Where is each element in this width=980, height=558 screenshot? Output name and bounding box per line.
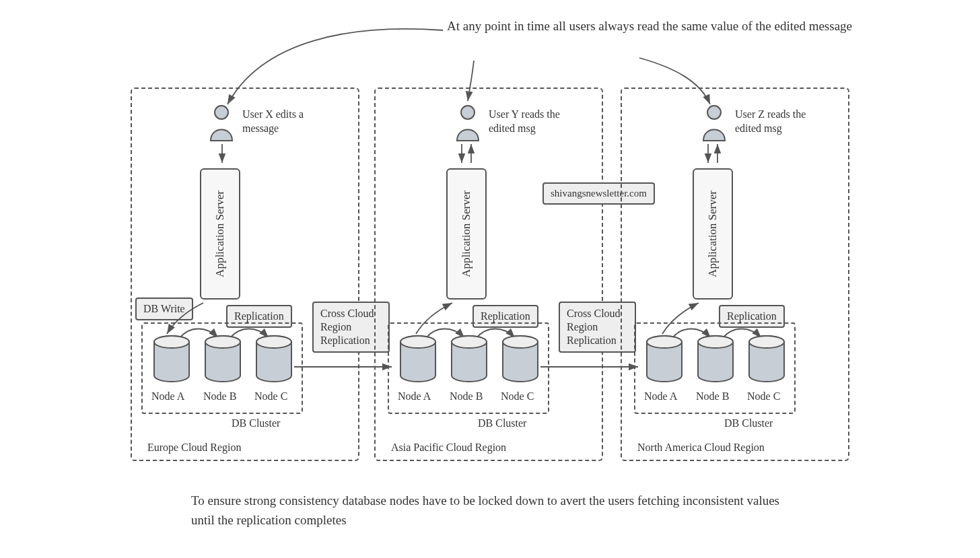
node-na-a-cyl <box>645 335 684 384</box>
chip-cross-repl-2-l1: Cross Cloud <box>567 308 621 319</box>
bottom-note: To ensure strong consistency database no… <box>191 491 797 530</box>
node-na-b-label: Node B <box>696 390 729 403</box>
chip-cross-repl-2-l3: Replication <box>567 335 617 346</box>
node-eu-c-label: Node C <box>254 390 287 403</box>
node-ap-a-label: Node A <box>398 390 431 403</box>
app-server-ap: Application Server <box>446 168 487 300</box>
node-ap-c-cyl <box>501 335 540 384</box>
app-server-na: Application Server <box>693 168 733 300</box>
node-ap-b-cyl <box>450 335 489 384</box>
app-server-ap-label: Application Server <box>460 190 473 277</box>
db-cluster-na-label: DB Cluster <box>724 417 773 429</box>
chip-cross-repl-1-l3: Replication <box>320 335 370 346</box>
node-eu-b-cyl <box>203 335 242 384</box>
node-eu-b-label: Node B <box>203 390 236 403</box>
user-y-icon <box>453 104 483 142</box>
top-note: At any point in time all users always re… <box>447 17 864 36</box>
svg-point-5 <box>205 336 240 348</box>
user-y-label: User Y reads the edited msg <box>489 108 583 136</box>
svg-point-15 <box>452 336 487 348</box>
svg-point-7 <box>256 336 291 348</box>
node-na-b-cyl <box>696 335 735 384</box>
node-eu-c-cyl <box>254 335 293 384</box>
chip-cross-repl-1-l2: Region <box>320 321 351 333</box>
svg-point-3 <box>154 336 189 348</box>
chip-cross-repl-1-l1: Cross Cloud <box>320 308 374 319</box>
node-ap-c-label: Node C <box>501 390 534 403</box>
chip-db-write: DB Write <box>135 298 193 320</box>
svg-point-0 <box>215 106 228 119</box>
user-x-label: User X edits a message <box>242 108 330 136</box>
node-eu-a-label: Node A <box>151 390 184 403</box>
node-ap-b-label: Node B <box>450 390 483 403</box>
svg-point-9 <box>461 106 475 119</box>
chip-cross-repl-2-l2: Region <box>567 321 598 333</box>
node-na-c-label: Node C <box>747 390 780 403</box>
node-na-a-label: Node A <box>644 390 677 403</box>
user-z-icon <box>699 104 729 142</box>
region-na-label: North America Cloud Region <box>637 442 765 454</box>
diagram-canvas: At any point in time all users always re… <box>0 0 980 558</box>
user-x-icon <box>207 104 236 142</box>
db-cluster-ap-label: DB Cluster <box>478 417 526 429</box>
db-cluster-eu-label: DB Cluster <box>232 417 280 429</box>
svg-point-17 <box>503 336 538 348</box>
svg-point-13 <box>400 336 435 348</box>
app-server-na-label: Application Server <box>706 190 720 277</box>
node-ap-a-cyl <box>398 335 438 384</box>
user-z-label: User Z reads the edited msg <box>735 108 829 136</box>
node-eu-a-cyl <box>152 335 191 384</box>
region-europe-label: Europe Cloud Region <box>147 442 242 454</box>
app-server-eu-label: Application Server <box>213 190 227 277</box>
region-ap-label: Asia Pacific Cloud Region <box>391 442 506 454</box>
svg-point-25 <box>698 336 733 348</box>
svg-point-19 <box>707 106 721 119</box>
svg-point-23 <box>647 336 682 348</box>
app-server-eu: Application Server <box>200 168 240 300</box>
svg-point-27 <box>749 336 784 348</box>
node-na-c-cyl <box>747 335 786 384</box>
